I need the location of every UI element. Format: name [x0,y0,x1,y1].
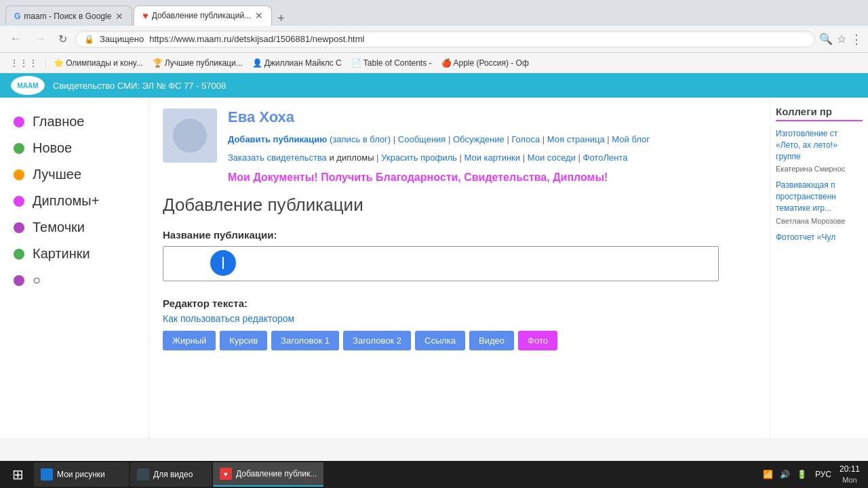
tab-maam[interactable]: ♥ Добавление публикаций... ✕ [134,5,272,26]
field-label-publication: Название публикации: [163,229,756,241]
publication-name-input[interactable] [163,246,719,281]
input-wrapper [163,246,719,284]
link-order-sert[interactable]: Заказать свидетельства [228,152,327,163]
right-sidebar: Коллеги пр Изготовление ст «Лето, ах лет… [770,98,868,438]
secure-icon: 🔒 [84,35,94,44]
promo-line: Мои Документы! Получить Благодарности, С… [228,171,756,184]
user-links-row1: Добавить публикацию (запись в блог) | Со… [228,131,756,147]
editor-label: Редактор текста: [163,298,756,309]
bookmark-toc[interactable]: 📄Table of Contents - [347,57,436,69]
menu-icon[interactable]: ⋮ [850,32,863,47]
right-item-3-link[interactable]: Фотоотчет «Чул [776,232,863,243]
taskbar-btn-dlya-video[interactable]: Для видео [130,462,212,487]
bookmark-apps[interactable]: ⋮⋮⋮ [5,56,42,70]
date-label: Mon [840,475,860,485]
link-messages[interactable]: Сообщения [398,134,446,144]
browser-chrome: G maam - Поиск в Google ✕ ♥ Добавление п… [0,0,868,73]
sidebar-item-temochki[interactable]: Темочки [0,214,149,241]
address-input[interactable]: 🔒 Защищено https://www.maam.ru/detskijsa… [75,30,815,47]
page-title: Добавление публикации [163,195,756,216]
link-myneighbors[interactable]: Мои соседи [528,152,576,163]
bookmark-best[interactable]: 🏆Лучшие публикаци... [149,57,247,69]
address-text: https://www.maam.ru/detskijsad/1506881/n… [149,34,364,44]
link-myblog[interactable]: Мой блог [612,134,650,144]
promo-bold: Мои Документы! [228,171,318,183]
toolbar-photo[interactable]: Фото [518,331,557,350]
address-bar: ← → ↻ 🔒 Защищено https://www.maam.ru/det… [0,26,868,53]
clock: 20:11 [840,464,860,475]
back-button[interactable]: ← [5,30,26,47]
refresh-button[interactable]: ↻ [54,31,71,47]
network-icon: 📶 [763,470,773,479]
star-icon[interactable]: ☆ [837,33,846,45]
sidebar-item-kartinki[interactable]: Картинки [0,241,149,267]
taskbar-btn-moi-risunki[interactable]: Мои рисунки [34,462,129,487]
sidebar-label-more: ○ [33,272,41,288]
sidebar-label-diplomy: Дипломы+ [33,193,99,209]
system-icons: 📶 🔊 🔋 [763,470,807,479]
link-mypage[interactable]: Моя страница [547,134,605,144]
link-discussion[interactable]: Обсуждение [453,134,505,144]
user-section: Ева Хоха Добавить публикацию (запись в б… [163,108,756,184]
tab-bar: G maam - Поиск в Google ✕ ♥ Добавление п… [0,0,868,26]
sidebar-label-temochki: Темочки [33,220,85,235]
link-blog[interactable]: (запись в блог) [330,134,391,144]
link-mypics[interactable]: Мои картинки [464,152,520,163]
taskbar-btn-label-video: Для видео [153,470,193,479]
right-item-1-author: Екатерина Смирнос [776,165,863,173]
site-logo: МААМ [11,76,45,95]
editor-toolbar: Жирный Курсив Заголовок 1 Заголовок 2 Сс… [163,331,756,350]
toolbar-h2[interactable]: Заголовок 2 [343,331,411,350]
bookmark-apple[interactable]: 🍎Apple (Россия) - Оф [437,57,533,69]
toolbar-italic[interactable]: Курсив [220,331,267,350]
start-button[interactable]: ⊞ [3,462,33,487]
link-add-pub[interactable]: Добавить публикацию [228,134,327,144]
link-photolenta[interactable]: ФотоЛента [583,152,628,163]
new-tab-button[interactable]: + [273,12,289,26]
user-links-row2: Заказать свидетельства и дипломы | Украс… [228,150,756,165]
taskbar: ⊞ Мои рисунки Для видео ♥ Добавление пуб… [0,461,868,488]
tab-google[interactable]: G maam - Поиск в Google ✕ [5,5,132,26]
sidebar-item-luchshee[interactable]: Лучшее [0,161,149,188]
editor-help-link[interactable]: Как пользоваться редактором [163,313,756,324]
sidebar-label-kartinki: Картинки [33,246,90,262]
toolbar-bold[interactable]: Жирный [163,331,216,350]
user-name: Ева Хоха [228,108,756,126]
sidebar-label-glavnoe: Главное [33,114,84,129]
lang-indicator[interactable]: РУС [815,470,831,479]
tab-close-google[interactable]: ✕ [115,11,123,22]
site-header-text: Свидетельство СМИ: ЭЛ № ФС 77 - 57008 [53,81,226,91]
taskbar-btn-maam[interactable]: ♥ Добавление публик... [213,462,323,487]
right-sidebar-title: Коллеги пр [776,106,863,121]
sidebar-item-novoe[interactable]: Новое [0,135,149,161]
user-details: Ева Хоха Добавить публикацию (запись в б… [228,108,756,184]
toolbar-link[interactable]: Ссылка [415,331,465,350]
right-item-2-author: Светлана Морозове [776,217,863,225]
forward-button[interactable]: → [30,30,50,47]
toolbar-video[interactable]: Видео [469,331,514,350]
secure-label: Защищено [100,34,144,44]
bookmark-jillian[interactable]: 👤Джиллиан Майклс C [248,57,346,69]
sidebar-item-more[interactable]: ○ [0,267,149,293]
tab-close-maam[interactable]: ✕ [255,10,263,21]
right-item-1-link[interactable]: Изготовление ст «Лето, ах лето!» группе [776,128,863,162]
sidebar-label-luchshee: Лучшее [33,167,81,182]
toolbar-h1[interactable]: Заголовок 1 [271,331,339,350]
time-block: 20:11 Mon [840,464,860,485]
editor-section: Редактор текста: Как пользоваться редакт… [163,298,756,350]
content-area: Ева Хоха Добавить публикацию (запись в б… [149,98,770,438]
right-item-2-link[interactable]: Развивающая п пространственн тематике иг… [776,180,863,214]
sidebar-item-glavnoe[interactable]: Главное [0,108,149,135]
taskbar-right: 📶 🔊 🔋 РУС 20:11 Mon [763,464,865,485]
promo-link[interactable]: Получить Благодарности, Свидетельства, Д… [321,171,608,183]
link-decorate[interactable]: Украсить профиль [381,152,457,163]
bookmark-olimpiad[interactable]: ⭐Олимпиады и кону... [50,57,147,69]
sidebar-item-diplomy[interactable]: Дипломы+ [0,188,149,214]
battery-icon: 🔋 [797,470,807,479]
search-icon[interactable]: 🔍 [819,33,833,45]
link-votes[interactable]: Голоса [511,134,540,144]
bookmarks-bar: ⋮⋮⋮ | ⭐Олимпиады и кону... 🏆Лучшие публи… [0,53,868,73]
taskbar-btn-label-maam: Добавление публик... [236,469,317,479]
taskbar-btn-label-risunki: Мои рисунки [57,470,105,479]
publication-name-section: Название публикации: [163,229,756,284]
